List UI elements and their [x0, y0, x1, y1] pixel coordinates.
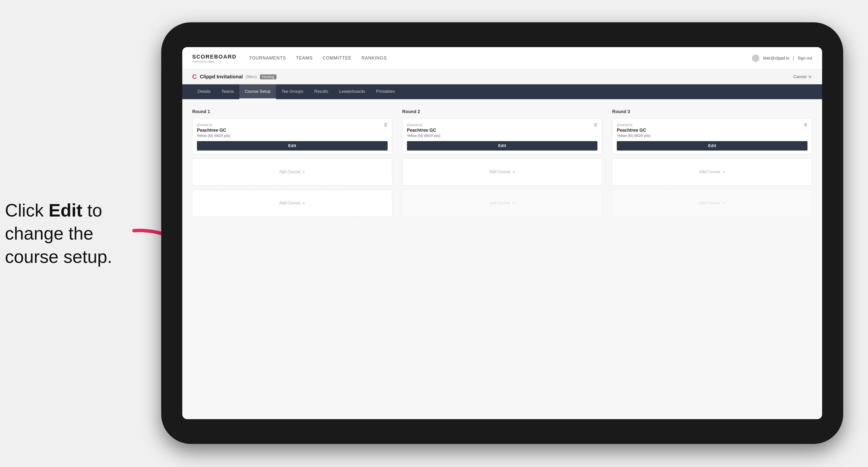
cancel-x-icon: ✕ — [808, 74, 812, 80]
round-2-label: Round 2 — [402, 109, 602, 114]
sign-out-link[interactable]: Sign out — [798, 56, 812, 61]
round-3-course-details: Yellow (M) (6629 yds) — [617, 134, 807, 138]
round-1-add-course-2[interactable]: Add Course + — [192, 189, 392, 217]
main-content: Round 1 🗑 (Course A) Peachtree GC Yellow… — [182, 99, 822, 419]
tournament-title-row: C Clippd Invitational (Men) Hosting — [192, 73, 277, 81]
round-1-course-card: 🗑 (Course A) Peachtree GC Yellow (M) (66… — [192, 118, 392, 154]
hosting-badge: Hosting — [260, 74, 277, 80]
nav-link-rankings[interactable]: RANKINGS — [362, 54, 387, 62]
user-avatar — [752, 55, 760, 62]
round-3-add-plus-icon: + — [722, 169, 725, 175]
nav-links: TOURNAMENTS TEAMS COMMITTEE RANKINGS — [249, 54, 752, 62]
round-1-course-name: Peachtree GC — [197, 128, 388, 133]
user-email: blair@clippd.io — [763, 56, 789, 61]
round-3-add-plus-icon-2: + — [722, 200, 725, 206]
logo-area: SCOREBOARD Powered by clippd — [192, 54, 237, 63]
clippd-logo: C — [192, 73, 197, 81]
round-3-add-course-label: Add Course — [700, 169, 720, 174]
add-course-label-2: Add Course — [279, 201, 300, 205]
tab-printables[interactable]: Printables — [371, 84, 401, 99]
round-3-label: Round 3 — [612, 109, 812, 114]
round-1-delete-icon[interactable]: 🗑 — [383, 122, 389, 128]
round-3-add-course-2: Add Course + — [612, 189, 812, 217]
tablet-shell: SCOREBOARD Powered by clippd TOURNAMENTS… — [161, 22, 843, 444]
round-2-add-course-2: Add Course + — [402, 189, 602, 217]
round-2-delete-icon[interactable]: 🗑 — [592, 122, 599, 128]
tab-bar: Details Teams Course Setup Tee Groups Re… — [182, 84, 822, 99]
add-plus-icon-2: + — [302, 200, 305, 206]
tournament-gender: (Men) — [246, 74, 257, 80]
round-3-edit-button[interactable]: Edit — [617, 141, 807, 151]
round-2-course-details: Yellow (M) (6629 yds) — [407, 134, 598, 138]
tournament-name: Clippd Invitational — [200, 74, 243, 80]
tab-course-setup[interactable]: Course Setup — [239, 84, 276, 99]
round-3-delete-icon[interactable]: 🗑 — [803, 122, 809, 128]
tab-tee-groups[interactable]: Tee Groups — [276, 84, 309, 99]
tablet-screen: SCOREBOARD Powered by clippd TOURNAMENTS… — [182, 47, 822, 419]
add-course-label: Add Course — [279, 169, 300, 174]
cancel-button[interactable]: Cancel ✕ — [793, 74, 812, 80]
round-2-course-name: Peachtree GC — [407, 128, 598, 133]
round-2-add-course-label-2: Add Course — [489, 201, 510, 205]
logo-sub: Powered by clippd — [192, 60, 237, 63]
rounds-grid: Round 1 🗑 (Course A) Peachtree GC Yellow… — [192, 109, 812, 221]
round-2-add-course-1[interactable]: Add Course + — [402, 158, 602, 186]
round-2-edit-button[interactable]: Edit — [407, 141, 598, 151]
round-1-column: Round 1 🗑 (Course A) Peachtree GC Yellow… — [192, 109, 392, 221]
round-3-course-name: Peachtree GC — [617, 128, 807, 133]
nav-link-committee[interactable]: COMMITTEE — [323, 54, 352, 62]
round-3-course-tag: (Course A) — [617, 123, 807, 127]
instruction-bold: Edit — [49, 200, 82, 220]
round-1-course-details: Yellow (M) (6629 yds) — [197, 134, 388, 138]
round-2-add-plus-icon: + — [512, 169, 515, 175]
round-2-course-tag: (Course A) — [407, 123, 598, 127]
round-3-column: Round 3 🗑 (Course A) Peachtree GC Yellow… — [612, 109, 812, 221]
tab-details[interactable]: Details — [192, 84, 216, 99]
add-plus-icon: + — [302, 169, 305, 175]
tab-teams[interactable]: Teams — [216, 84, 239, 99]
instruction-text: Click Edit tochange thecourse setup. — [5, 199, 112, 268]
round-1-edit-button[interactable]: Edit — [197, 141, 388, 151]
round-1-label: Round 1 — [192, 109, 392, 114]
logo-scoreboard: SCOREBOARD — [192, 54, 237, 60]
tab-leaderboards[interactable]: Leaderboards — [334, 84, 371, 99]
round-3-add-course-1[interactable]: Add Course + — [612, 158, 812, 186]
round-2-add-course-label: Add Course — [489, 169, 510, 174]
round-2-column: Round 2 🗑 (Course A) Peachtree GC Yellow… — [402, 109, 602, 221]
sign-in-separator: | — [793, 56, 794, 61]
round-1-course-tag: (Course A) — [197, 123, 388, 127]
round-2-add-plus-icon-2: + — [512, 200, 515, 206]
nav-link-tournaments[interactable]: TOURNAMENTS — [249, 54, 286, 62]
round-3-add-course-label-2: Add Course — [700, 201, 720, 205]
nav-right: blair@clippd.io | Sign out — [752, 55, 812, 62]
round-2-course-card: 🗑 (Course A) Peachtree GC Yellow (M) (66… — [402, 118, 602, 154]
tab-results[interactable]: Results — [309, 84, 334, 99]
round-1-add-course-1[interactable]: Add Course + — [192, 158, 392, 186]
navbar: SCOREBOARD Powered by clippd TOURNAMENTS… — [182, 47, 822, 69]
round-3-course-card: 🗑 (Course A) Peachtree GC Yellow (M) (66… — [612, 118, 812, 154]
sub-header: C Clippd Invitational (Men) Hosting Canc… — [182, 69, 822, 84]
nav-link-teams[interactable]: TEAMS — [296, 54, 313, 62]
